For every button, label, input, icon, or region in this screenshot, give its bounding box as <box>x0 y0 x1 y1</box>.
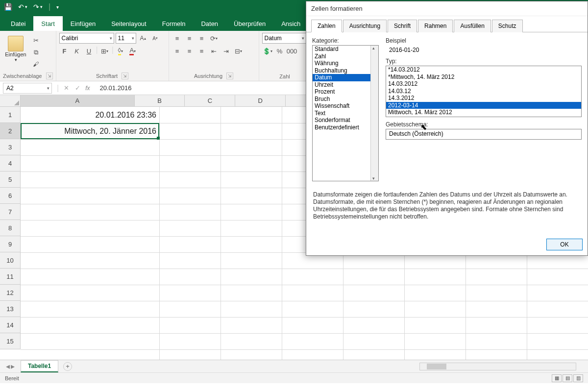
align-right-icon[interactable]: ≡ <box>196 46 207 56</box>
ok-button[interactable]: OK <box>546 239 583 250</box>
category-item[interactable]: Standard <box>313 46 378 53</box>
clipboard-launcher-icon[interactable]: ⇲ <box>46 73 53 79</box>
cell-A1[interactable]: 20.01.2016 23:36 <box>21 107 159 123</box>
row-header-9[interactable]: 9 <box>0 236 21 252</box>
column-header-C[interactable]: C <box>185 95 235 106</box>
column-header-B[interactable]: B <box>135 95 185 106</box>
category-item[interactable]: Datum <box>313 74 378 81</box>
align-left-icon[interactable]: ≡ <box>172 46 183 56</box>
type-item[interactable]: Mittwoch, 14. März 2012 <box>386 109 581 116</box>
category-item[interactable]: Text <box>313 110 378 117</box>
row-header-12[interactable]: 12 <box>0 285 21 301</box>
dialog-tab-zahlen[interactable]: Zahlen <box>311 20 342 32</box>
font-size-combo[interactable]: 11 <box>116 33 136 44</box>
row-header-10[interactable]: 10 <box>0 252 21 269</box>
sheet-nav[interactable]: ◂▸ <box>0 362 21 371</box>
category-listbox[interactable]: StandardZahlWährungBuchhaltungDatumUhrze… <box>312 45 379 181</box>
type-item[interactable]: *14.03.2012 <box>386 66 581 74</box>
select-all-corner[interactable] <box>0 95 21 107</box>
tab-file[interactable]: Datei <box>3 16 33 31</box>
sheet-next-icon[interactable]: ▸ <box>11 362 15 371</box>
column-header-A[interactable]: A <box>21 95 135 106</box>
undo-icon[interactable]: ↶▾ <box>18 3 27 11</box>
category-item[interactable]: Benutzerdefiniert <box>313 124 378 131</box>
row-header-15[interactable]: 15 <box>0 333 21 349</box>
category-item[interactable]: Zahl <box>313 53 378 60</box>
type-item[interactable]: 14.03.12 <box>386 88 581 95</box>
row-header-6[interactable]: 6 <box>0 188 21 204</box>
alignment-launcher-icon[interactable]: ⇲ <box>226 73 233 79</box>
formula-input[interactable]: 20.01.2016 <box>94 84 132 92</box>
fx-icon[interactable]: fx <box>85 85 90 92</box>
decrease-indent-icon[interactable]: ⇤ <box>209 46 220 56</box>
dialog-tab-ausrichtung[interactable]: Ausrichtung <box>343 20 387 32</box>
comma-icon[interactable]: 000 <box>287 46 297 56</box>
category-item[interactable]: Sonderformat <box>313 117 378 124</box>
cut-icon[interactable] <box>30 35 41 46</box>
tab-data[interactable]: Daten <box>193 16 226 31</box>
category-item[interactable]: Uhrzeit <box>313 81 378 89</box>
dialog-tab-rahmen[interactable]: Rahmen <box>418 20 453 32</box>
row-header-13[interactable]: 13 <box>0 301 21 317</box>
column-header-D[interactable]: D <box>235 95 286 106</box>
font-color-icon[interactable]: A▾ <box>127 46 138 56</box>
category-item[interactable]: Prozent <box>313 88 378 96</box>
copy-icon[interactable] <box>30 47 41 58</box>
category-item[interactable]: Währung <box>313 60 378 67</box>
row-header-14[interactable]: 14 <box>0 317 21 333</box>
redo-icon[interactable]: ↷▾ <box>33 3 43 11</box>
type-item[interactable]: *Mittwoch, 14. März 2012 <box>386 74 581 81</box>
type-item[interactable]: 2012-03-14 <box>386 102 581 109</box>
row-header-3[interactable]: 3 <box>0 139 21 155</box>
type-item[interactable]: 14.3.2012 <box>386 95 581 102</box>
align-center-icon[interactable]: ≡ <box>184 46 195 56</box>
page-layout-view-icon[interactable]: ▤ <box>563 374 572 382</box>
row-header-7[interactable]: 7 <box>0 204 21 220</box>
type-item[interactable]: 14.03.2012 <box>386 80 581 88</box>
align-top-icon[interactable]: ≡ <box>172 33 183 44</box>
horizontal-scrollbar[interactable] <box>419 363 576 370</box>
merge-icon[interactable]: ⊟▾ <box>233 46 244 56</box>
dialog-tab-schutz[interactable]: Schutz <box>492 20 523 32</box>
tab-start[interactable]: Start <box>33 16 62 31</box>
dialog-tab-schrift[interactable]: Schrift <box>388 20 417 32</box>
bold-icon[interactable]: F <box>59 46 70 56</box>
locale-combo[interactable]: Deutsch (Österreich) <box>386 129 582 140</box>
row-header-8[interactable]: 8 <box>0 220 21 236</box>
category-item[interactable]: Wissenschaft <box>313 102 378 110</box>
underline-icon[interactable]: U <box>84 46 95 56</box>
tab-view[interactable]: Ansich <box>273 16 308 31</box>
qat-customize-icon[interactable]: ▾ <box>56 4 59 10</box>
row-header-11[interactable]: 11 <box>0 269 21 285</box>
italic-icon[interactable]: K <box>72 46 82 56</box>
dialog-tab-ausfüllen[interactable]: Ausfüllen <box>454 20 490 32</box>
row-header-4[interactable]: 4 <box>0 155 21 172</box>
category-item[interactable]: Buchhaltung <box>313 67 378 74</box>
decrease-font-icon[interactable]: A▾ <box>150 33 161 44</box>
currency-icon[interactable]: 💲▾ <box>262 46 273 56</box>
add-sheet-button[interactable]: + <box>63 362 72 371</box>
selection-handle[interactable] <box>157 137 160 140</box>
row-header-1[interactable]: 1 <box>0 107 21 123</box>
page-break-view-icon[interactable]: ▥ <box>573 374 583 382</box>
font-launcher-icon[interactable]: ⇲ <box>122 73 128 79</box>
cancel-formula-icon[interactable]: ✕ <box>61 84 72 92</box>
fill-color-icon[interactable]: ◊▾ <box>115 46 126 56</box>
tab-pagelayout[interactable]: Seitenlayout <box>103 16 154 31</box>
normal-view-icon[interactable]: ▦ <box>552 374 562 382</box>
align-bottom-icon[interactable]: ≡ <box>196 33 207 44</box>
tab-insert[interactable]: Einfügen <box>63 16 103 31</box>
font-name-combo[interactable]: Calibri <box>59 33 114 44</box>
row-header-5[interactable]: 5 <box>0 172 21 188</box>
increase-font-icon[interactable]: A▴ <box>138 33 148 44</box>
increase-indent-icon[interactable]: ⇥ <box>221 46 232 56</box>
type-listbox[interactable]: *14.03.2012*Mittwoch, 14. März 201214.03… <box>386 66 582 117</box>
border-icon[interactable]: ⊞▾ <box>99 46 110 56</box>
align-middle-icon[interactable]: ≡ <box>184 33 195 44</box>
tab-formulas[interactable]: Formeln <box>154 16 194 31</box>
save-icon[interactable]: 💾 <box>4 3 12 11</box>
format-painter-icon[interactable] <box>30 59 41 70</box>
listbox-scrollbar[interactable] <box>370 46 378 181</box>
row-header-2[interactable]: 2 <box>0 123 21 139</box>
orientation-icon[interactable]: ⟳▾ <box>209 33 220 44</box>
